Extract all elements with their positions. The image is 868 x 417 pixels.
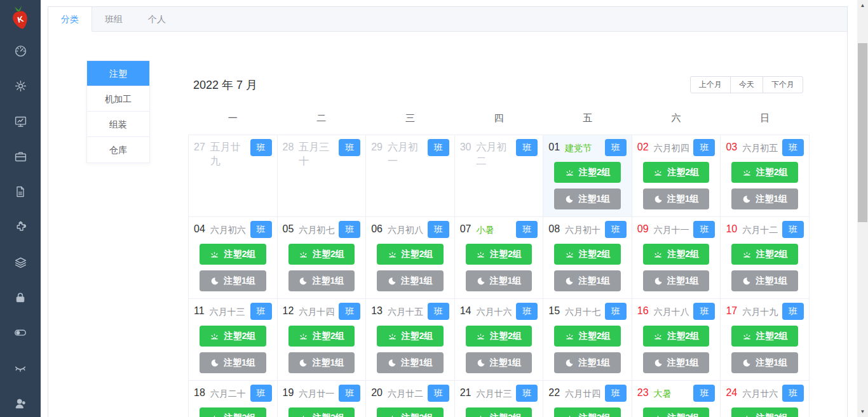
- day-cell[interactable]: 15六月十七班注塑2组注塑1组: [543, 299, 632, 381]
- day-shift-button[interactable]: 注塑2组: [643, 407, 710, 417]
- day-shift-button[interactable]: 注塑2组: [466, 244, 532, 265]
- layers-icon[interactable]: [0, 255, 41, 270]
- briefcase-icon[interactable]: [0, 149, 41, 164]
- night-shift-button[interactable]: 注塑1组: [554, 270, 621, 291]
- user-icon[interactable]: [0, 395, 41, 411]
- day-cell[interactable]: 27五月廿九班: [189, 135, 278, 217]
- day-cell[interactable]: 17六月十九班注塑2组注塑1组: [721, 299, 810, 381]
- night-shift-button[interactable]: 注塑1组: [731, 189, 798, 209]
- day-number: 24: [726, 385, 737, 401]
- day-shift-button[interactable]: 注塑2组: [288, 326, 355, 347]
- day-shift-button[interactable]: 注塑2组: [731, 244, 798, 265]
- day-cell[interactable]: 08六月初十班注塑2组注塑1组: [543, 217, 632, 299]
- day-cell[interactable]: 23大暑班注塑2组注塑1组: [632, 381, 721, 417]
- night-shift-button[interactable]: 注塑1组: [731, 352, 798, 373]
- day-cell[interactable]: 09六月十一班注塑2组注塑1组: [632, 217, 721, 299]
- day-cell[interactable]: 22六月廿四班注塑2组注塑1组: [543, 381, 632, 417]
- day-cell[interactable]: 28五月三十班: [277, 135, 366, 217]
- day-shift-button[interactable]: 注塑2组: [377, 244, 444, 265]
- night-shift-button[interactable]: 注塑1组: [643, 270, 710, 291]
- day-shift-button[interactable]: 注塑2组: [466, 326, 532, 347]
- day-cell[interactable]: 10六月十二班注塑2组注塑1组: [721, 217, 810, 299]
- monitor-chart-icon[interactable]: [0, 114, 41, 129]
- day-cell[interactable]: 19六月廿一班注塑2组注塑1组: [277, 381, 366, 417]
- day-cell[interactable]: 02六月初四班注塑2组注塑1组: [632, 135, 721, 217]
- scroll-up-icon[interactable]: ▲: [857, 0, 868, 11]
- night-shift-button[interactable]: 注塑1组: [200, 270, 266, 291]
- day-cell[interactable]: 29六月初一班: [366, 135, 455, 217]
- day-shift-button[interactable]: 注塑2组: [200, 326, 266, 347]
- day-cell[interactable]: 12六月十四班注塑2组注塑1组: [277, 299, 366, 381]
- night-shift-button[interactable]: 注塑1组: [643, 352, 710, 373]
- day-cell[interactable]: 18六月二十班注塑2组注塑1组: [189, 381, 278, 417]
- night-shift-label: 注塑1组: [312, 357, 344, 369]
- night-shift-button[interactable]: 注塑1组: [200, 352, 266, 373]
- day-cell[interactable]: 06六月初八班注塑2组注塑1组: [366, 217, 455, 299]
- eye-closed-icon[interactable]: [0, 361, 41, 376]
- scrollbar-thumb[interactable]: [858, 43, 867, 222]
- prev-month-button[interactable]: 上个月: [690, 76, 731, 93]
- night-shift-button[interactable]: 注塑1组: [466, 270, 532, 291]
- sunrise-icon: [653, 413, 663, 417]
- night-shift-button[interactable]: 注塑1组: [643, 189, 710, 209]
- day-cell[interactable]: 04六月初六班注塑2组注塑1组: [189, 217, 278, 299]
- night-shift-button[interactable]: 注塑1组: [466, 352, 532, 373]
- day-cell[interactable]: 13六月十五班注塑2组注塑1组: [366, 299, 455, 381]
- next-month-button[interactable]: 下个月: [763, 76, 803, 93]
- category-item-warehouse[interactable]: 仓库: [87, 137, 149, 162]
- night-shift-button[interactable]: 注塑1组: [377, 270, 444, 291]
- day-shift-button[interactable]: 注塑2组: [643, 162, 710, 183]
- document-icon[interactable]: [0, 184, 41, 199]
- day-shift-button[interactable]: 注塑2组: [288, 244, 355, 265]
- day-shift-button[interactable]: 注塑2组: [200, 244, 266, 265]
- category-item-machining[interactable]: 机加工: [87, 86, 149, 112]
- night-shift-label: 注塑1组: [401, 357, 433, 369]
- night-shift-button[interactable]: 注塑1组: [731, 270, 798, 291]
- day-shift-button[interactable]: 注塑2组: [377, 407, 444, 417]
- lock-icon[interactable]: [0, 290, 41, 305]
- dashboard-icon[interactable]: [0, 43, 41, 58]
- day-shift-button[interactable]: 注塑2组: [731, 162, 798, 183]
- day-shift-button[interactable]: 注塑2组: [466, 407, 532, 417]
- day-cell[interactable]: 20六月廿二班注塑2组注塑1组: [366, 381, 455, 417]
- day-shift-button[interactable]: 注塑2组: [288, 407, 355, 417]
- settings-icon[interactable]: [0, 79, 41, 94]
- today-button[interactable]: 今天: [730, 76, 763, 93]
- day-shift-button[interactable]: 注塑2组: [731, 326, 798, 347]
- day-shift-button[interactable]: 注塑2组: [554, 407, 621, 417]
- day-shift-button[interactable]: 注塑2组: [643, 244, 710, 265]
- day-cell[interactable]: 24六月廿六班注塑2组注塑1组: [721, 381, 810, 417]
- day-shift-button[interactable]: 注塑2组: [554, 326, 621, 347]
- toggle-icon[interactable]: [0, 325, 41, 340]
- day-shift-button[interactable]: 注塑2组: [377, 326, 444, 347]
- app-logo[interactable]: K: [9, 3, 32, 32]
- day-shift-button[interactable]: 注塑2组: [643, 326, 710, 347]
- day-cell[interactable]: 16六月十八班注塑2组注塑1组: [632, 299, 721, 381]
- scroll-down-icon[interactable]: ▼: [857, 406, 868, 417]
- day-cell[interactable]: 01建党节班注塑2组注塑1组: [543, 135, 632, 217]
- night-shift-button[interactable]: 注塑1组: [288, 352, 355, 373]
- tab-team[interactable]: 班组: [92, 7, 135, 31]
- tab-category[interactable]: 分类: [48, 7, 92, 32]
- night-shift-button[interactable]: 注塑1组: [377, 352, 444, 373]
- day-shift-button[interactable]: 注塑2组: [200, 407, 266, 417]
- tab-personal[interactable]: 个人: [135, 7, 179, 31]
- day-cell[interactable]: 03六月初五班注塑2组注塑1组: [721, 135, 810, 217]
- day-cell[interactable]: 11六月十三班注塑2组注塑1组: [189, 299, 278, 381]
- page-scrollbar[interactable]: ▲ ▼: [857, 0, 868, 417]
- category-item-assembly[interactable]: 组装: [87, 112, 149, 137]
- night-shift-button[interactable]: 注塑1组: [554, 189, 621, 209]
- day-cell[interactable]: 21六月廿三班注塑2组注塑1组: [454, 381, 543, 417]
- day-cell[interactable]: 14六月十六班注塑2组注塑1组: [454, 299, 543, 381]
- day-cell[interactable]: 05六月初七班注塑2组注塑1组: [277, 217, 366, 299]
- puzzle-icon[interactable]: [0, 220, 41, 235]
- day-shift-button[interactable]: 注塑2组: [554, 244, 621, 265]
- day-cell[interactable]: 30六月初二班: [454, 135, 543, 217]
- category-item-injection[interactable]: 注塑: [87, 61, 149, 86]
- day-shift-button[interactable]: 注塑2组: [731, 407, 798, 417]
- night-shift-label: 注塑1组: [578, 357, 610, 369]
- day-cell[interactable]: 07小暑班注塑2组注塑1组: [454, 217, 543, 299]
- night-shift-button[interactable]: 注塑1组: [554, 352, 621, 373]
- night-shift-button[interactable]: 注塑1组: [288, 270, 355, 291]
- day-shift-button[interactable]: 注塑2组: [554, 162, 621, 183]
